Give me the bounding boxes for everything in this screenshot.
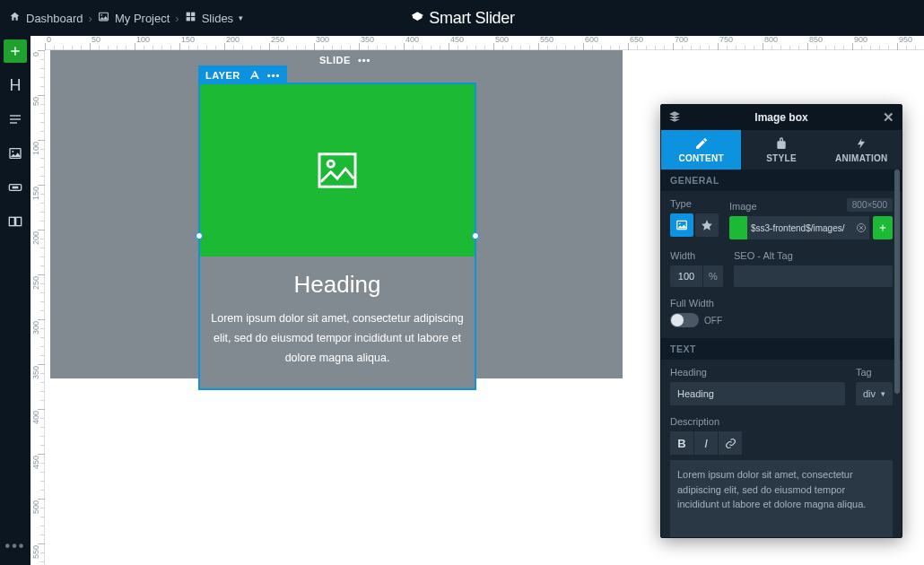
text-tool[interactable] <box>4 108 27 131</box>
layer-options-icon[interactable]: ••• <box>267 70 281 81</box>
fullwidth-toggle[interactable] <box>670 313 699 327</box>
image-thumb[interactable] <box>729 216 747 239</box>
resize-handle-right[interactable] <box>472 232 479 239</box>
breadcrumb-slides[interactable]: Slides ▾ <box>185 11 243 25</box>
logo: Smart Slider <box>409 8 514 28</box>
fullwidth-state: OFF <box>704 316 722 326</box>
image-path-input[interactable]: $ss3-frontend$/images/ <box>747 216 853 239</box>
tab-animation-label: ANIMATION <box>835 153 888 163</box>
logo-text: Smart Slider <box>429 9 514 28</box>
svg-point-16 <box>327 161 334 167</box>
link-button[interactable] <box>719 431 742 455</box>
layers-icon[interactable] <box>668 110 681 126</box>
svg-rect-12 <box>13 187 17 187</box>
panel-body: GENERAL Type <box>661 170 902 537</box>
svg-rect-6 <box>10 115 21 116</box>
breadcrumb: Dashboard › My Project › Slides ▾ <box>0 11 243 25</box>
image-box-layer[interactable]: LAYER ••• Heading Lorem ipsum dolor sit … <box>198 83 476 390</box>
panel-scrollbar[interactable] <box>894 170 900 532</box>
resize-handle-left[interactable] <box>196 232 203 239</box>
ruler-vertical: 050100150200250300350400450500550 <box>31 50 45 565</box>
tab-content[interactable]: CONTENT <box>661 130 741 170</box>
width-unit[interactable]: % <box>703 265 723 287</box>
seo-input[interactable] <box>734 265 893 287</box>
breadcrumb-project-label: My Project <box>115 12 170 25</box>
svg-point-18 <box>679 222 681 224</box>
image-icon <box>98 11 109 25</box>
layer-image-area <box>200 84 475 256</box>
top-bar: Dashboard › My Project › Slides ▾ Smart … <box>0 0 924 36</box>
svg-rect-15 <box>319 154 355 187</box>
row-tool[interactable] <box>4 210 27 233</box>
layer-heading: Heading <box>209 271 466 299</box>
width-label: Width <box>670 250 723 261</box>
type-label: Type <box>670 198 719 209</box>
seo-label: SEO - Alt Tag <box>734 250 893 261</box>
bold-button[interactable]: B <box>670 431 693 455</box>
home-icon <box>9 11 21 25</box>
italic-button[interactable]: I <box>694 431 718 455</box>
breadcrumb-sep: › <box>175 12 179 25</box>
close-icon[interactable]: ✕ <box>883 109 894 126</box>
heading-tool[interactable]: H <box>4 74 27 97</box>
breadcrumb-sep: › <box>89 12 92 25</box>
tab-animation[interactable]: ANIMATION <box>822 130 902 170</box>
layer-label-text: LAYER <box>205 70 240 81</box>
image-label: Image <box>729 201 757 212</box>
svg-rect-5 <box>191 17 195 21</box>
chevron-down-icon: ▾ <box>881 389 885 398</box>
tag-value: div <box>863 388 876 399</box>
tag-label: Tag <box>856 367 893 378</box>
layer-description: Lorem ipsum dolor sit amet, consectetur … <box>209 309 466 369</box>
slide-tab[interactable]: SLIDE ••• <box>310 50 379 70</box>
heading-input[interactable] <box>670 382 845 405</box>
tab-style[interactable]: STYLE <box>741 130 821 170</box>
slide[interactable]: SLIDE ••• LAYER ••• Heading Lorem ipsum … <box>50 50 623 378</box>
svg-rect-2 <box>186 13 189 16</box>
fullwidth-label: Full Width <box>670 298 893 309</box>
tag-select[interactable]: div ▾ <box>856 382 893 405</box>
svg-rect-3 <box>191 13 195 16</box>
svg-point-1 <box>100 14 102 16</box>
more-button[interactable]: ••• <box>5 538 26 554</box>
layer-label[interactable]: LAYER ••• <box>198 65 287 84</box>
workspace: H ••• 0501001502002503003504004505005506… <box>0 36 924 565</box>
slide-options-icon[interactable]: ••• <box>358 55 371 65</box>
svg-rect-8 <box>10 122 17 123</box>
svg-rect-7 <box>10 118 21 119</box>
tab-style-label: STYLE <box>766 153 797 163</box>
image-clear-button[interactable] <box>853 216 869 239</box>
type-image-button[interactable] <box>670 213 693 237</box>
heading-field-label: Heading <box>670 367 845 378</box>
tab-content-label: CONTENT <box>678 153 723 163</box>
type-icon-button[interactable] <box>695 213 719 237</box>
image-tool[interactable] <box>4 142 27 165</box>
image-add-button[interactable] <box>873 216 893 239</box>
svg-rect-13 <box>9 217 14 225</box>
breadcrumb-dashboard-label: Dashboard <box>26 12 83 25</box>
ruler-horizontal: 0501001502002503003504004505005506006507… <box>45 36 924 50</box>
breadcrumb-slides-label: Slides <box>202 12 233 25</box>
svg-rect-14 <box>16 217 22 225</box>
svg-rect-4 <box>186 17 189 21</box>
properties-panel: Image box ✕ CONTENT STYLE ANIMATION GENE… <box>660 104 902 538</box>
breadcrumb-dashboard[interactable]: Dashboard <box>9 11 83 25</box>
button-tool[interactable] <box>4 176 27 199</box>
slide-tab-label: SLIDE <box>319 55 351 65</box>
chevron-down-icon: ▾ <box>239 13 243 22</box>
section-general-title: GENERAL <box>661 170 902 191</box>
image-dimensions: 800×500 <box>847 198 893 212</box>
width-input[interactable]: 100 <box>670 265 702 287</box>
panel-title: Image box <box>754 111 807 124</box>
add-layer-button[interactable] <box>4 39 27 63</box>
section-text-title: TEXT <box>661 338 902 360</box>
rte-toolbar: B I <box>670 431 893 455</box>
panel-tabs: CONTENT STYLE ANIMATION <box>661 130 902 170</box>
left-toolbar: H ••• <box>0 36 31 565</box>
text-type-icon <box>248 69 260 82</box>
description-textarea[interactable] <box>670 460 893 537</box>
panel-header[interactable]: Image box ✕ <box>661 105 902 130</box>
svg-point-10 <box>12 151 13 152</box>
breadcrumb-project[interactable]: My Project <box>98 11 170 25</box>
grid-icon <box>185 11 196 25</box>
